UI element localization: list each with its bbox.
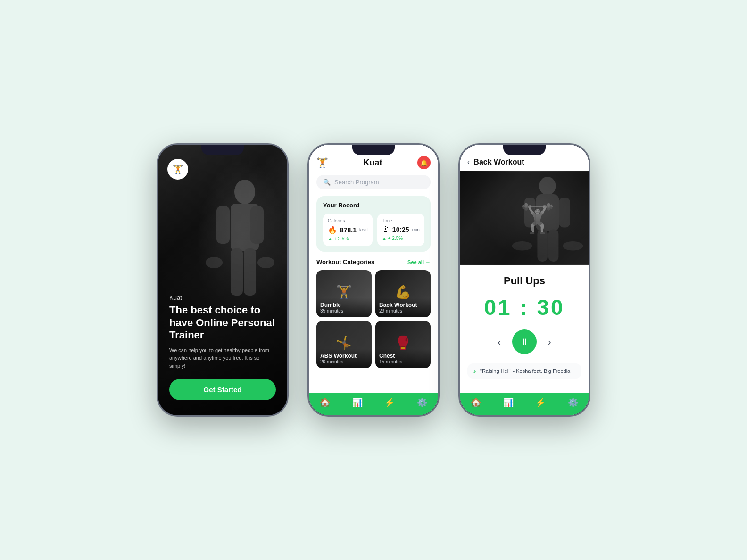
- see-all-link[interactable]: See all →: [407, 259, 431, 265]
- chest-duration: 15 minutes: [379, 359, 427, 364]
- back-workout-figure: [460, 171, 589, 265]
- svg-rect-3: [250, 206, 264, 244]
- time-unit: min: [412, 227, 420, 232]
- svg-point-0: [234, 180, 255, 204]
- notification-bell-icon[interactable]: 🔔: [417, 156, 431, 169]
- abs-name: ABS Workout: [320, 353, 368, 359]
- nav-home[interactable]: 🏠: [309, 397, 341, 408]
- record-card: Your Record Calories 🔥 878.1 kcal ▲: [316, 196, 431, 252]
- pause-button[interactable]: ⏸: [512, 329, 537, 354]
- music-note-icon: ♪: [473, 367, 476, 375]
- category-grid: Dumble 35 minutes Back Workout 29 minute…: [316, 270, 431, 368]
- exercise-detail: Pull Ups 01 : 30 ‹ ⏸ › ♪ "Raising Hell" …: [460, 265, 589, 388]
- svg-point-16: [563, 241, 583, 251]
- calories-label: Calories: [328, 218, 368, 223]
- screen-splash: 🏋️ Kuat The best choice to have Online P…: [158, 145, 287, 415]
- splash-headline: The best choice to have Online Personal …: [169, 304, 276, 341]
- time-record: Time ⏱ 10:25 min ▲ + 2.5%: [377, 214, 424, 246]
- dumble-duration: 35 minutes: [320, 308, 368, 313]
- splash-logo: 🏋️: [167, 159, 188, 180]
- workout-nav-stats[interactable]: 📊: [492, 397, 525, 408]
- workout-nav-home[interactable]: 🏠: [460, 397, 492, 408]
- chest-overlay: Chest 15 minutes: [375, 349, 431, 368]
- nav-stats[interactable]: 📊: [341, 397, 374, 408]
- timer-controls: ‹ ⏸ ›: [498, 329, 551, 354]
- header-logo-icon: 🏋️: [316, 157, 328, 168]
- phone-splash: 🏋️ Kuat The best choice to have Online P…: [157, 143, 289, 417]
- next-button[interactable]: ›: [548, 337, 551, 347]
- search-placeholder: Search Program: [334, 179, 379, 186]
- phone-workout-detail: ‹ Back Workout: [458, 143, 590, 417]
- workout-detail-inner: ‹ Back Workout: [460, 145, 589, 415]
- back-overlay: Back Workout 29 minutes: [375, 298, 431, 317]
- home-header: 🏋️ Kuat 🔔: [309, 156, 438, 175]
- calories-value: 878.1: [340, 226, 357, 234]
- category-back[interactable]: Back Workout 29 minutes: [375, 270, 431, 317]
- screen-workout-detail: ‹ Back Workout: [460, 145, 589, 415]
- music-text: "Raising Hell" - Kesha feat. Big Freedia: [480, 368, 570, 374]
- workout-detail-title: Back Workout: [473, 158, 524, 166]
- time-change: ▲ + 2.5%: [382, 236, 420, 241]
- svg-rect-12: [559, 198, 570, 228]
- splash-subtext: We can help you to get healthy people fr…: [169, 346, 276, 370]
- svg-rect-11: [524, 198, 535, 228]
- calories-unit: kcal: [359, 227, 368, 232]
- svg-point-7: [257, 257, 274, 268]
- svg-rect-14: [548, 229, 559, 262]
- bell-emoji: 🔔: [420, 159, 428, 166]
- time-label: Time: [382, 218, 420, 223]
- music-bar: ♪ "Raising Hell" - Kesha feat. Big Freed…: [467, 363, 581, 379]
- bottom-nav: 🏠 📊 ⚡ ⚙️: [309, 393, 438, 415]
- chest-name: Chest: [379, 353, 427, 359]
- dumble-overlay: Dumble 35 minutes: [316, 298, 372, 317]
- categories-section: Workout Categories See all → Dumble 35 m…: [309, 258, 438, 388]
- svg-point-6: [206, 257, 223, 268]
- abs-overlay: ABS Workout 20 minutes: [316, 349, 372, 368]
- svg-rect-10: [536, 194, 559, 231]
- back-button[interactable]: ‹: [467, 158, 470, 166]
- svg-point-15: [512, 241, 532, 251]
- workout-nav-settings[interactable]: ⚙️: [557, 397, 589, 408]
- nav-settings[interactable]: ⚙️: [406, 397, 439, 408]
- svg-rect-13: [537, 229, 548, 262]
- timer-display: 01 : 30: [484, 295, 564, 320]
- time-value: 10:25: [392, 226, 409, 233]
- phones-container: 🏋️ Kuat The best choice to have Online P…: [157, 143, 590, 417]
- workout-bottom-nav: 🏠 📊 ⚡ ⚙️: [460, 393, 589, 415]
- home-title: Kuat: [364, 158, 382, 168]
- prev-button[interactable]: ‹: [498, 337, 501, 347]
- screen-home: 🏋️ Kuat 🔔 🔍 Search Program Your Record: [309, 145, 438, 415]
- svg-point-9: [539, 177, 556, 195]
- search-bar[interactable]: 🔍 Search Program: [316, 175, 431, 189]
- category-dumble[interactable]: Dumble 35 minutes: [316, 270, 372, 317]
- record-items: Calories 🔥 878.1 kcal ▲ + 2.5%: [323, 214, 424, 246]
- categories-title: Workout Categories: [316, 258, 374, 265]
- back-name: Back Workout: [379, 302, 427, 308]
- time-value-row: ⏱ 10:25 min: [382, 225, 420, 234]
- category-abs[interactable]: ABS Workout 20 minutes: [316, 321, 372, 368]
- workout-detail-image: [460, 171, 589, 265]
- categories-header: Workout Categories See all →: [316, 258, 431, 265]
- record-title: Your Record: [323, 202, 424, 209]
- dumbbell-icon: 🏋️: [173, 164, 183, 174]
- clock-icon: ⏱: [382, 225, 390, 234]
- fire-icon: 🔥: [328, 225, 337, 234]
- nav-workout[interactable]: ⚡: [374, 397, 406, 408]
- home-inner: 🏋️ Kuat 🔔 🔍 Search Program Your Record: [309, 145, 438, 415]
- exercise-name: Pull Ups: [504, 275, 545, 287]
- splash-content: Kuat The best choice to have Online Pers…: [158, 285, 287, 415]
- dumble-name: Dumble: [320, 302, 368, 308]
- phone-home: 🏋️ Kuat 🔔 🔍 Search Program Your Record: [307, 143, 440, 417]
- search-icon: 🔍: [323, 179, 331, 186]
- calories-change: ▲ + 2.5%: [328, 236, 368, 241]
- category-chest[interactable]: Chest 15 minutes: [375, 321, 431, 368]
- workout-nav-workout[interactable]: ⚡: [524, 397, 557, 408]
- splash-brand: Kuat: [169, 294, 276, 301]
- calories-value-row: 🔥 878.1 kcal: [328, 225, 368, 234]
- back-duration: 29 minutes: [379, 308, 427, 313]
- calories-record: Calories 🔥 878.1 kcal ▲ + 2.5%: [323, 214, 373, 246]
- pause-icon: ⏸: [520, 337, 529, 347]
- workout-detail-header: ‹ Back Workout: [460, 145, 589, 171]
- abs-duration: 20 minutes: [320, 359, 368, 364]
- get-started-button[interactable]: Get Started: [169, 379, 276, 400]
